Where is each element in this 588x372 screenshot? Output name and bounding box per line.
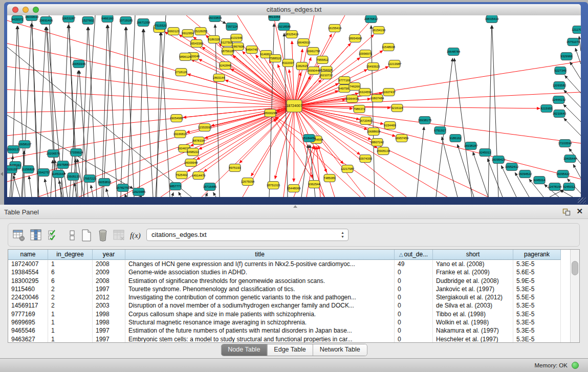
citation-edge-red[interactable] — [294, 106, 365, 197]
table-cell[interactable]: 0 — [395, 285, 433, 293]
table-cell[interactable]: Investigating the contribution of common… — [125, 293, 395, 301]
table-cell[interactable]: 5.3E-5 — [513, 260, 561, 268]
table-cell[interactable]: Stergiakouli et al. (2012) — [433, 293, 513, 301]
select-rows-icon[interactable] — [47, 229, 60, 242]
network-node[interactable]: 12675094 — [241, 178, 255, 186]
network-node[interactable]: 7515520 — [155, 22, 167, 30]
network-node[interactable]: 12444132 — [552, 96, 566, 104]
table-row[interactable]: 911546021997Tourette syndrome. Phenomeno… — [8, 285, 579, 293]
network-node[interactable]: 16155419 — [328, 25, 342, 32]
table-cell[interactable]: 5.5E-5 — [513, 293, 561, 301]
citation-edge-black[interactable] — [458, 144, 474, 197]
function-builder-icon[interactable]: f(x) — [130, 229, 143, 242]
row-height-icon[interactable] — [66, 229, 79, 242]
table-cell[interactable]: 0 — [395, 326, 433, 335]
citation-edge-red[interactable] — [7, 106, 294, 182]
table-cell[interactable]: 1 — [48, 326, 93, 335]
citation-edge-black[interactable] — [89, 27, 97, 197]
table-cell[interactable]: 1 — [48, 260, 93, 268]
network-node[interactable]: 8322037 — [282, 59, 294, 67]
network-node[interactable]: 9245014 — [533, 177, 546, 184]
create-column-icon[interactable] — [80, 229, 93, 242]
import-table-icon[interactable] — [113, 229, 126, 242]
delete-column-icon[interactable] — [96, 229, 110, 242]
table-cell[interactable]: 5.3E-5 — [513, 285, 561, 293]
network-node[interactable]: 18954968 — [349, 35, 362, 42]
network-node[interactable]: 8454749 — [246, 46, 258, 54]
citation-edge-red[interactable] — [294, 106, 581, 179]
network-node[interactable]: 9329966 — [560, 53, 573, 60]
citation-edge-black[interactable] — [84, 15, 95, 197]
table-cell[interactable]: Genome-wide association studies in ADHD. — [125, 268, 395, 276]
network-node[interactable]: 17957223 — [83, 175, 97, 183]
table-cell[interactable]: 2 — [48, 293, 93, 301]
table-cell[interactable]: Disruption of a novel member of a sodium… — [125, 301, 395, 310]
table-cell[interactable]: 0 — [395, 268, 433, 276]
table-cell[interactable]: 0 — [395, 310, 433, 318]
network-node[interactable]: 1527602 — [82, 17, 94, 25]
network-node[interactable]: 10807484 — [371, 95, 384, 102]
network-node[interactable]: 12217987 — [341, 165, 355, 173]
network-node[interactable]: 13505133 — [67, 173, 80, 181]
network-node[interactable]: 3216116 — [391, 104, 404, 112]
table-cell[interactable]: 9115460 — [8, 285, 48, 293]
network-node[interactable]: 20206576 — [47, 150, 60, 158]
network-node[interactable]: 16095422 — [556, 170, 570, 178]
network-node[interactable]: 16961758 — [307, 48, 320, 55]
network-node[interactable]: 18751315 — [267, 182, 280, 189]
network-node[interactable]: 12478194 — [548, 183, 562, 191]
table-cell[interactable]: Estimation of the future numbers of pati… — [125, 326, 395, 335]
network-node[interactable]: 15448069 — [287, 185, 301, 192]
network-node[interactable]: 6791917 — [434, 127, 446, 135]
table-cell[interactable]: 2012 — [93, 293, 125, 301]
citation-edge-black[interactable] — [206, 193, 207, 197]
citation-edge-black[interactable] — [371, 26, 375, 197]
network-node[interactable]: 17203594 — [558, 140, 572, 147]
table-cell[interactable]: 6 — [48, 277, 93, 285]
network-node[interactable]: 8878334 — [192, 137, 205, 145]
network-node[interactable]: 16782759 — [116, 184, 130, 192]
network-node[interactable]: 12353593 — [198, 124, 212, 132]
table-cell[interactable]: Tibbo et al. (1998) — [433, 310, 513, 318]
hub-network-node[interactable]: 18724007 — [286, 100, 302, 112]
table-row[interactable]: 1456911722003Disruption of a novel membe… — [8, 301, 579, 310]
citation-edge-black[interactable] — [564, 118, 581, 136]
table-cell[interactable]: 5.3E-5 — [513, 318, 561, 326]
network-node[interactable]: 16957459 — [395, 135, 409, 142]
network-node[interactable]: 9242848 — [219, 62, 231, 70]
table-cell[interactable]: 2003 — [93, 301, 125, 310]
network-node[interactable]: 16033610 — [25, 15, 39, 21]
network-node[interactable]: 9227349 — [554, 67, 567, 75]
network-node[interactable]: 11548938 — [382, 43, 396, 51]
table-cell[interactable]: 6 — [48, 268, 93, 276]
table-cell[interactable]: 2008 — [93, 277, 125, 285]
tab-edge-table[interactable]: Edge Table — [267, 344, 312, 356]
citation-edge-red[interactable] — [7, 106, 294, 136]
network-node[interactable]: 9435572 — [11, 16, 24, 24]
network-node[interactable]: 16324554 — [358, 89, 372, 96]
citation-edge-black[interactable] — [565, 76, 581, 93]
citation-edge-red[interactable] — [294, 15, 314, 106]
table-cell[interactable]: 49 — [395, 260, 433, 268]
network-node[interactable]: 16015419 — [485, 15, 499, 23]
column-header-in-degree[interactable]: in_degree — [48, 250, 93, 260]
network-node[interactable]: 10405444 — [563, 155, 577, 163]
table-header-row[interactable]: namein_degreeyeartitle△out_de...shortpag… — [8, 250, 579, 260]
column-header-year[interactable]: year — [93, 250, 125, 260]
scrollbar-thumb[interactable] — [572, 261, 578, 275]
citation-edge-black[interactable] — [29, 176, 32, 197]
table-cell[interactable]: Changes of HCN gene expression and I(f) … — [125, 260, 395, 268]
table-cell[interactable]: Nakamura et al. (1997) — [433, 326, 513, 335]
network-node[interactable]: 9777169 — [338, 77, 351, 84]
citation-edge-black[interactable] — [156, 15, 166, 197]
table-cell[interactable]: 9463627 — [8, 335, 48, 343]
network-node[interactable]: 16033809 — [208, 15, 222, 22]
citation-edge-black[interactable] — [106, 189, 108, 197]
table-row[interactable]: 977716911998Corpus callosum shape and si… — [8, 310, 579, 318]
network-node[interactable]: 16210722 — [319, 72, 333, 79]
network-node[interactable]: 16094522 — [518, 170, 532, 178]
network-node[interactable]: 18300295 — [264, 110, 277, 117]
network-node[interactable]: 19218586 — [277, 23, 291, 31]
network-node[interactable]: 8186328 — [208, 36, 220, 43]
citation-edge-black[interactable] — [51, 160, 53, 197]
